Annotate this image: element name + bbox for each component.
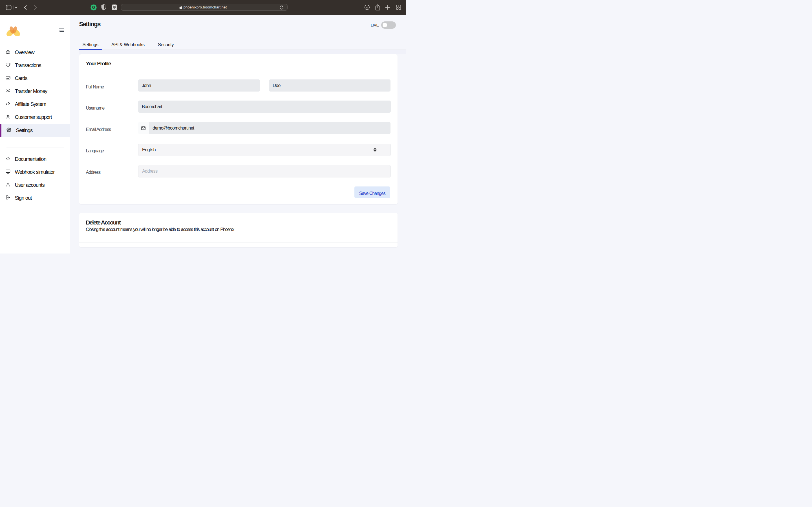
svg-text:G: G [92, 5, 95, 10]
